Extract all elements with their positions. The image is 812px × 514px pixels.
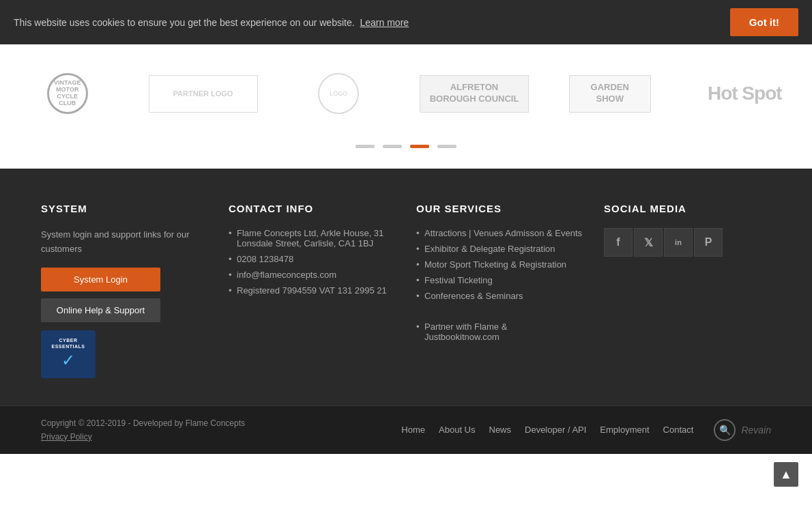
- system-description: System login and support links for our c…: [41, 228, 208, 257]
- cyber-essentials-badge: CYBERESSENTIALS ✓: [41, 330, 96, 378]
- nav-contact[interactable]: Contact: [663, 425, 694, 435]
- revain-widget: 🔍 Revain: [714, 419, 771, 441]
- cookie-text: This website uses cookies to ensure you …: [14, 17, 355, 28]
- logo-partner-3: LOGO: [272, 63, 407, 124]
- logo-hot-spot: Hot Spot: [678, 63, 813, 124]
- service-festival[interactable]: Festival Ticketing: [416, 275, 583, 285]
- facebook-icon[interactable]: f: [604, 228, 633, 257]
- contact-phone[interactable]: 0208 1238478: [229, 254, 396, 264]
- got-it-button[interactable]: Got it!: [730, 8, 798, 36]
- check-icon: ✓: [61, 351, 75, 370]
- cookie-banner: This website uses cookies to ensure you …: [0, 0, 812, 44]
- footer-system: SYSTEM System login and support links fo…: [41, 203, 208, 378]
- logo-vmcc: VINTAGEMOTORCYCLECLUB: [0, 63, 135, 124]
- contact-address: Flame Concepts Ltd, Arkle House, 31 Lons…: [229, 228, 396, 248]
- footer: SYSTEM System login and support links fo…: [0, 169, 812, 405]
- social-icons-container: f 𝕏 in P: [604, 228, 771, 257]
- nav-home[interactable]: Home: [401, 425, 425, 435]
- service-conferences[interactable]: Conferences & Seminars: [416, 291, 583, 301]
- nav-news[interactable]: News: [489, 425, 512, 435]
- system-heading: SYSTEM: [41, 203, 208, 214]
- logos-section: VINTAGEMOTORCYCLECLUB PARTNER LOGO LOGO …: [0, 49, 812, 131]
- carousel-dots: [0, 131, 812, 169]
- footer-contact: CONTACT INFO Flame Concepts Ltd, Arkle H…: [229, 203, 396, 378]
- online-help-button[interactable]: Online Help & Support: [41, 298, 160, 322]
- partner-section: Partner with Flame & Justbookitnow.com: [416, 315, 583, 342]
- twitter-icon[interactable]: 𝕏: [634, 228, 663, 257]
- copyright-text: Copyright © 2012-2019 - Developed by Fla…: [41, 418, 245, 428]
- privacy-policy-link[interactable]: Privacy Policy: [41, 432, 245, 442]
- logo-alfreton: ALFRETONBOROUGH COUNCIL: [406, 63, 542, 124]
- social-heading: SOCIAL MEDIA: [604, 203, 771, 214]
- revain-label: Revain: [741, 425, 771, 436]
- dot-2[interactable]: [383, 145, 402, 148]
- contact-vat: Registered 7994559 VAT 131 2995 21: [229, 285, 396, 296]
- dot-4[interactable]: [437, 145, 456, 148]
- service-attractions[interactable]: Attractions | Venues Admisson & Events: [416, 228, 583, 238]
- logo-partner-2: PARTNER LOGO: [135, 63, 272, 124]
- nav-developer-api[interactable]: Developer / API: [525, 425, 586, 435]
- nav-employment[interactable]: Employment: [600, 425, 649, 435]
- service-motorsport[interactable]: Motor Sport Ticketing & Registration: [416, 259, 583, 270]
- nav-about-us[interactable]: About Us: [439, 425, 475, 435]
- system-login-button[interactable]: System Login: [41, 268, 160, 291]
- partner-list: Partner with Flame & Justbookitnow.com: [416, 322, 583, 342]
- linkedin-icon[interactable]: in: [664, 228, 693, 257]
- dot-1[interactable]: [356, 145, 375, 148]
- footer-social: SOCIAL MEDIA f 𝕏 in P: [604, 203, 771, 378]
- contact-list: Flame Concepts Ltd, Arkle House, 31 Lons…: [229, 228, 396, 296]
- cookie-message: This website uses cookies to ensure you …: [14, 17, 723, 28]
- bottom-left: Copyright © 2012-2019 - Developed by Fla…: [41, 418, 245, 442]
- footer-services: OUR SERVICES Attractions | Venues Admiss…: [416, 203, 583, 378]
- revain-search-icon: 🔍: [714, 419, 736, 441]
- scroll-to-top-button[interactable]: ▲: [774, 462, 798, 487]
- bottom-nav: Home About Us News Developer / API Emplo…: [401, 425, 693, 435]
- dot-3[interactable]: [410, 145, 429, 148]
- bottom-bar: Copyright © 2012-2019 - Developed by Fla…: [0, 405, 812, 454]
- contact-heading: CONTACT INFO: [229, 203, 396, 214]
- services-heading: OUR SERVICES: [416, 203, 583, 214]
- services-list: Attractions | Venues Admisson & Events E…: [416, 228, 583, 301]
- logo-garden-show: GARDENSHOW: [542, 63, 678, 124]
- contact-email[interactable]: info@flameconcepts.com: [229, 270, 396, 280]
- learn-more-link[interactable]: Learn more: [360, 17, 409, 28]
- service-exhibitor[interactable]: Exhibitor & Delegate Registration: [416, 244, 583, 254]
- pinterest-icon[interactable]: P: [694, 228, 723, 257]
- partner-link[interactable]: Partner with Flame & Justbookitnow.com: [416, 322, 583, 342]
